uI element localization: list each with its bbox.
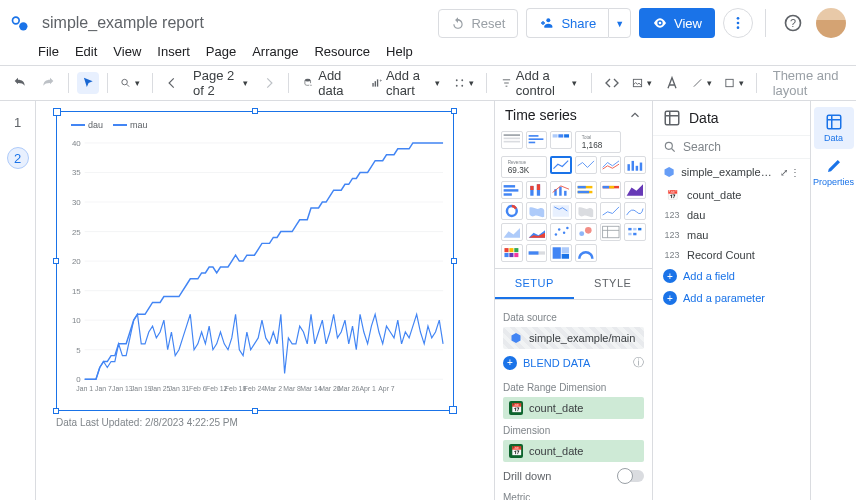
chart-type-bullet[interactable] — [526, 244, 548, 262]
chart-type-pivot-bars[interactable] — [624, 223, 646, 241]
field-mau[interactable]: 123mau — [653, 225, 810, 245]
page-thumb-1[interactable]: 1 — [7, 111, 29, 133]
more-options-button[interactable] — [723, 8, 753, 38]
view-button[interactable]: View — [639, 8, 715, 38]
page-thumbnails: 1 2 — [0, 101, 36, 500]
menu-help[interactable]: Help — [386, 44, 413, 59]
chart-type-pivot-heat[interactable] — [501, 244, 523, 262]
chart-type-treemap[interactable] — [550, 244, 572, 262]
add-parameter-button[interactable]: +Add a parameter — [653, 287, 810, 309]
share-dropdown[interactable]: ▼ — [608, 8, 631, 38]
user-avatar[interactable] — [816, 8, 846, 38]
chart-type-area[interactable] — [624, 181, 646, 199]
embed-button[interactable] — [600, 71, 624, 95]
blend-help-icon[interactable]: ⓘ — [633, 355, 644, 370]
menu-file[interactable]: File — [38, 44, 59, 59]
chart-type-sparkline[interactable] — [575, 156, 597, 174]
help-button[interactable]: ? — [778, 8, 808, 38]
text-button[interactable] — [660, 71, 684, 95]
dimension-chip[interactable]: 📅 count_date — [503, 440, 644, 462]
chart-type-spark-bars[interactable] — [600, 156, 622, 174]
svg-text:Feb 6: Feb 6 — [189, 385, 207, 392]
community-viz-button[interactable]: ▾ — [450, 71, 478, 95]
field-count-date[interactable]: 📅count_date — [653, 185, 810, 205]
menu-edit[interactable]: Edit — [75, 44, 97, 59]
zoom-button[interactable]: ▾ — [116, 71, 144, 95]
field-dau[interactable]: 123dau — [653, 205, 810, 225]
page-indicator[interactable]: Page 2 of 2 ▾ — [187, 64, 254, 102]
svg-rect-83 — [560, 187, 562, 196]
prev-page-button[interactable] — [161, 72, 183, 94]
chart-type-table-heat[interactable] — [550, 131, 572, 149]
datasource-row[interactable]: simple_example/main ⤢ ⋮ — [653, 159, 810, 185]
chart-type-timeseries[interactable] — [550, 156, 572, 174]
chart-type-combo[interactable] — [550, 181, 572, 199]
chart-type-pivot[interactable] — [600, 223, 622, 241]
add-chart-button[interactable]: +Add a chart ▾ — [365, 64, 446, 102]
blend-data-button[interactable]: BLEND DATA — [523, 357, 590, 369]
add-control-button[interactable]: Add a control ▾ — [495, 64, 583, 102]
chart-type-stackedarea[interactable] — [526, 223, 548, 241]
bigquery-icon — [509, 331, 523, 345]
drill-down-toggle[interactable] — [618, 470, 644, 482]
chart-type-scatter[interactable] — [550, 223, 572, 241]
daterange-chip[interactable]: 📅 count_date — [503, 397, 644, 419]
menu-page[interactable]: Page — [206, 44, 236, 59]
chart-type-table-bars[interactable] — [526, 131, 548, 149]
svg-rect-75 — [504, 185, 515, 187]
collapse-config-button[interactable] — [628, 108, 642, 122]
add-field-button[interactable]: +Add a field — [653, 265, 810, 287]
chart-type-gauge[interactable] — [575, 244, 597, 262]
menu-insert[interactable]: Insert — [157, 44, 190, 59]
redo-icon — [40, 75, 56, 91]
ds-menu-icon[interactable]: ⋮ — [790, 167, 800, 178]
reset-button[interactable]: Reset — [438, 9, 518, 38]
chart-type-line2[interactable] — [600, 202, 622, 220]
chart-type-geo2[interactable] — [575, 202, 597, 220]
next-page-button[interactable] — [258, 72, 280, 94]
menu-view[interactable]: View — [113, 44, 141, 59]
chart-type-bar[interactable] — [624, 156, 646, 174]
menu-arrange[interactable]: Arrange — [252, 44, 298, 59]
tab-setup[interactable]: SETUP — [495, 269, 574, 299]
datasource-chip[interactable]: simple_example/main — [503, 327, 644, 349]
chart-type-geo[interactable] — [526, 202, 548, 220]
menu-resource[interactable]: Resource — [314, 44, 370, 59]
chart-type-stackbar-100[interactable] — [600, 181, 622, 199]
document-title[interactable]: simple_example report — [38, 12, 438, 34]
field-search[interactable]: Search — [653, 136, 810, 159]
theme-layout-button[interactable]: Theme and layout — [765, 68, 848, 98]
svg-point-122 — [665, 142, 672, 149]
field-record-count[interactable]: 123Record Count — [653, 245, 810, 265]
chart-type-geo-filled[interactable] — [550, 202, 572, 220]
chart-type-table[interactable] — [501, 131, 523, 149]
chart-type-donut[interactable] — [501, 202, 523, 220]
line-button[interactable]: ▾ — [688, 71, 716, 95]
shape-button[interactable]: ▾ — [720, 71, 748, 95]
chart-type-stackbar[interactable] — [526, 181, 548, 199]
time-series-chart[interactable]: dau mau 0510152025303540 Jan 1Jan 7Jan 1… — [56, 111, 454, 411]
undo-button[interactable] — [8, 71, 32, 95]
collapse-ds-icon[interactable]: ⤢ — [780, 167, 788, 178]
tab-style[interactable]: STYLE — [574, 269, 653, 299]
text-icon — [664, 75, 680, 91]
chart-type-bar-h[interactable] — [501, 181, 523, 199]
image-button[interactable]: ▾ — [628, 71, 656, 95]
rail-data-button[interactable]: Data — [814, 107, 854, 149]
chart-type-area2[interactable] — [501, 223, 523, 241]
chart-type-smoothline[interactable] — [624, 202, 646, 220]
chart-type-scorecard-compact[interactable]: Revenue69.3K — [501, 156, 547, 178]
redo-button[interactable] — [36, 71, 60, 95]
svg-text:5: 5 — [76, 346, 81, 355]
share-button[interactable]: Share — [526, 8, 608, 38]
page-thumb-2[interactable]: 2 — [7, 147, 29, 169]
chart-type-scorecard[interactable]: Total1,168 — [575, 131, 621, 153]
chart-type-stackbar-h[interactable] — [575, 181, 597, 199]
chart-type-bubble[interactable] — [575, 223, 597, 241]
svg-rect-61 — [528, 135, 538, 137]
selection-tool[interactable] — [77, 72, 99, 94]
rail-properties-button[interactable]: Properties — [814, 151, 854, 193]
report-canvas[interactable]: dau mau 0510152025303540 Jan 1Jan 7Jan 1… — [36, 101, 494, 500]
blend-add-icon[interactable]: + — [503, 356, 517, 370]
add-data-button[interactable]: +Add data — [297, 64, 361, 102]
